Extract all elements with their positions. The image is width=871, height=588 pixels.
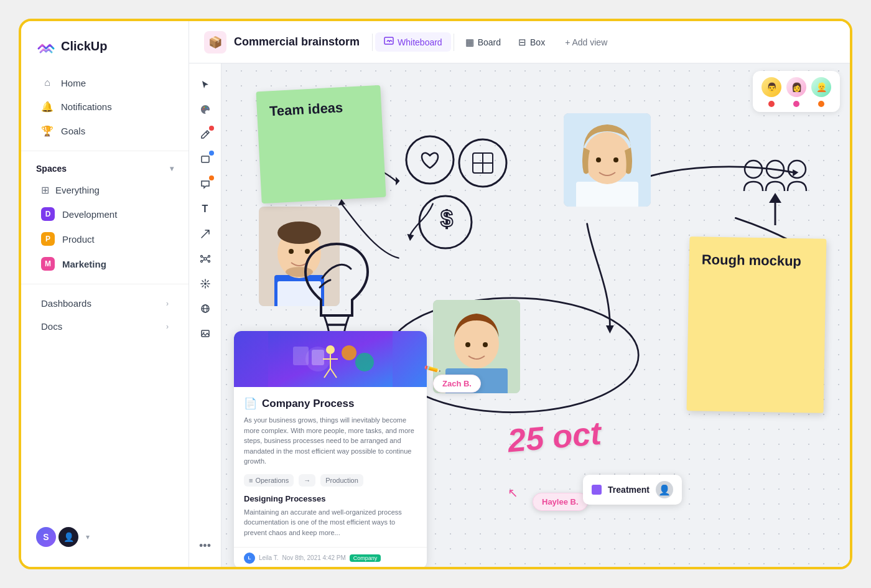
tab-board[interactable]: ▦ Board [457, 33, 510, 52]
header-divider [372, 34, 373, 51]
sticky-note-yellow: Rough mockup [687, 236, 827, 413]
svg-point-25 [289, 249, 294, 254]
tab-box-label: Box [530, 37, 545, 47]
footer-badge: Company [350, 554, 381, 562]
sticky-yellow-text: Rough mockup [702, 251, 802, 269]
svg-point-40 [613, 157, 618, 162]
app-frame: ClickUp ⌂ Home 🔔 Notifications 🏆 Goals S… [19, 19, 852, 569]
logo-area[interactable]: ClickUp [21, 36, 189, 71]
space-everything[interactable]: ⊞ Everything [26, 179, 184, 202]
svg-line-13 [202, 260, 204, 261]
tool-cursor[interactable] [194, 73, 217, 96]
sidebar-divider-2 [21, 284, 189, 284]
whiteboard-icon [384, 36, 394, 48]
box-icon: ⊟ [518, 37, 526, 48]
collab-avatar-3: 👱 [811, 77, 831, 97]
tool-network[interactable] [194, 248, 217, 270]
doc-card-banner [234, 331, 427, 387]
canvas-area: T [189, 63, 850, 567]
doc-icon-wrapper: 📦 [204, 31, 226, 54]
svg-point-39 [596, 157, 601, 162]
name-label-zach: Zach B. [433, 375, 481, 393]
docs-label: Docs [41, 321, 62, 332]
tool-rectangle[interactable] [194, 148, 217, 170]
svg-point-8 [208, 256, 210, 258]
cursor-pointer-icon: ↖ [508, 485, 518, 500]
svg-point-9 [200, 261, 202, 263]
collab-dot-2 [793, 101, 799, 107]
tab-box[interactable]: ⊟ Box [510, 33, 554, 52]
docs-section[interactable]: Docs › [26, 315, 184, 338]
space-development[interactable]: D Development [26, 202, 184, 226]
svg-point-62 [342, 345, 356, 360]
tab-whiteboard-label: Whiteboard [398, 37, 442, 47]
collab-avatar-1: 👨 [762, 77, 781, 97]
nav-goals-label: Goals [61, 126, 85, 136]
product-badge: P [41, 232, 55, 246]
haylee-name-text: Haylee B. [542, 497, 579, 506]
left-toolbar: T [189, 63, 221, 567]
tool-text[interactable]: T [194, 198, 217, 220]
space-marketing-label: Marketing [62, 259, 106, 269]
svg-line-14 [207, 260, 208, 261]
tool-arrow[interactable] [194, 223, 217, 245]
svg-line-12 [207, 257, 208, 258]
treatment-badge: Treatment 👤 [583, 475, 682, 505]
svg-marker-57 [769, 193, 781, 203]
svg-rect-5 [202, 156, 209, 162]
nav-home-label: Home [61, 78, 86, 88]
svg-point-55 [788, 161, 806, 178]
space-product-label: Product [62, 234, 95, 245]
svg-point-3 [205, 106, 207, 108]
spaces-section-header[interactable]: Spaces ▾ [21, 159, 189, 179]
clickup-logo-icon [36, 36, 56, 56]
tab-board-label: Board [478, 37, 501, 47]
tool-pencil[interactable] [194, 123, 217, 146]
svg-point-54 [766, 161, 784, 178]
user-avatar-s: S [36, 527, 56, 547]
footer-avatar: L [244, 553, 255, 564]
svg-point-2 [203, 107, 205, 108]
tool-comment[interactable] [194, 173, 217, 195]
sticky-note-green: Team ideas [256, 85, 386, 203]
doc-card-footer: L Leila T. Nov 8th, 2021 4:42 PM Company [234, 547, 427, 567]
app-name: ClickUp [61, 39, 107, 54]
doc-title: Commercial brainstorm [234, 35, 360, 49]
nav-notifications-label: Notifications [61, 101, 112, 112]
svg-rect-61 [312, 350, 324, 365]
tool-palette[interactable] [194, 98, 217, 121]
tool-globe[interactable] [194, 297, 217, 320]
space-product[interactable]: P Product [26, 226, 184, 251]
space-marketing[interactable]: M Marketing [26, 251, 184, 276]
svg-point-45 [483, 342, 488, 347]
treatment-color-block [592, 485, 602, 495]
svg-point-4 [207, 108, 208, 109]
svg-line-11 [202, 257, 204, 258]
doc-icon: 📦 [208, 35, 222, 49]
user-avatars: S 👤 [36, 527, 78, 547]
nav-home[interactable]: ⌂ Home [26, 71, 184, 95]
docs-chevron-icon: › [166, 322, 169, 331]
nav-notifications[interactable]: 🔔 Notifications [26, 95, 184, 119]
space-development-label: Development [62, 209, 117, 220]
doc-card-description: As your business grows, things will inev… [244, 415, 417, 467]
canvas-content: 👨 👩 👱 [221, 63, 850, 567]
dashboards-section[interactable]: Dashboards › [26, 292, 184, 315]
document-card[interactable]: 📄 Company Process As your business grows… [234, 331, 427, 567]
svg-point-63 [355, 353, 374, 371]
doc-card-body2: Maintaining an accurate and well-organiz… [244, 507, 417, 537]
icons-cluster: $ [396, 132, 520, 256]
tag-production: Production [320, 474, 363, 487]
sidebar-divider-1 [21, 151, 189, 151]
tool-sparkle[interactable] [194, 273, 217, 295]
trophy-icon: 🏆 [41, 125, 54, 137]
footer-chevron-icon[interactable]: ▾ [86, 533, 90, 541]
spaces-label: Spaces [36, 164, 67, 174]
svg-point-1 [202, 109, 203, 110]
tool-more[interactable]: ••• [194, 534, 217, 557]
tab-whiteboard[interactable]: Whiteboard [375, 32, 451, 52]
add-view-button[interactable]: + Add view [556, 34, 616, 51]
tool-image[interactable] [194, 322, 217, 345]
collab-dot-3 [818, 101, 824, 107]
nav-goals[interactable]: 🏆 Goals [26, 119, 184, 143]
